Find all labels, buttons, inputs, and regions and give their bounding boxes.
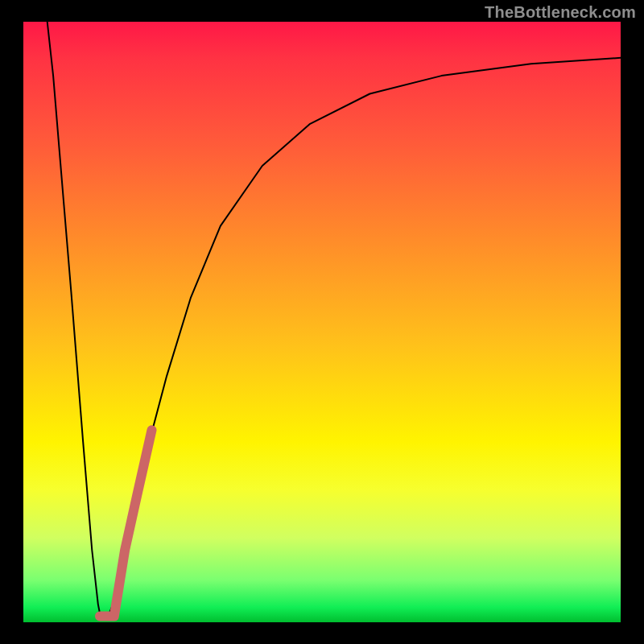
chart-frame: TheBottleneck.com <box>0 0 644 644</box>
chart-overlay <box>23 22 621 622</box>
watermark-text: TheBottleneck.com <box>485 3 636 22</box>
highlight-segment <box>100 430 152 616</box>
